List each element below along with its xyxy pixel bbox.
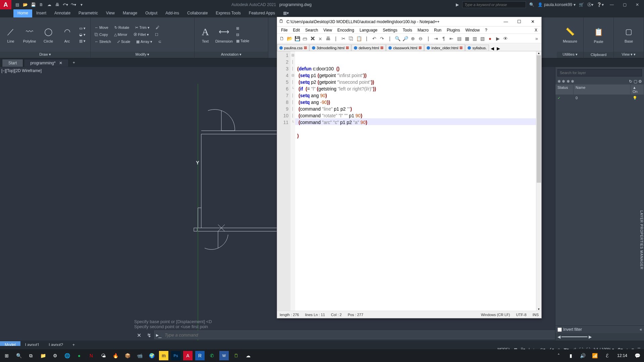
layer-gear-icon[interactable]: ⚙	[638, 79, 642, 84]
menu-x[interactable]: X	[532, 27, 540, 33]
annot-dim-button[interactable]: ⟷Dimension	[216, 26, 232, 43]
panel-annot-title[interactable]: Annotation ▾	[195, 52, 268, 58]
tab-express[interactable]: Express Tools	[212, 9, 245, 17]
taskview-icon[interactable]: ⧉	[26, 351, 36, 360]
autodesk-app-icon[interactable]: Ⓐ▾	[587, 2, 593, 8]
modify-rotate[interactable]: ↻ Rotate	[113, 25, 130, 30]
npp-title-bar[interactable]: 🗒 C:\Users\paula\Desktop\3D MODELLING\au…	[277, 17, 541, 26]
layer-search-input[interactable]	[557, 69, 642, 76]
modify-move[interactable]: ↔ Move	[93, 25, 110, 30]
tab-collaborate[interactable]: Collaborate	[183, 9, 212, 17]
qat-open-icon[interactable]: 📂	[22, 2, 28, 8]
user-icon[interactable]: 👤 paula.konsek99▾	[538, 2, 576, 7]
annot-text-button[interactable]: AText	[197, 26, 213, 43]
draw-arc-button[interactable]: ◠Arc	[59, 26, 75, 43]
minimize-button[interactable]: —	[607, 2, 616, 7]
tab-annotate[interactable]: Annotate	[50, 9, 74, 17]
tabs-left-icon[interactable]: ◀	[489, 46, 495, 51]
layer-filter4-icon[interactable]: ❄	[571, 79, 574, 84]
taskbar-search-icon[interactable]: 🔍	[14, 351, 23, 360]
tb-indent-icon[interactable]: ⇤	[448, 35, 455, 42]
tb-save-icon[interactable]: 💾	[294, 35, 301, 42]
tb-zoomin-icon[interactable]: ⊕	[410, 35, 416, 42]
npp-tab-1[interactable]: 3dmodelling.html⊠	[310, 44, 351, 51]
app2-icon[interactable]: 📦	[123, 351, 132, 360]
keyword-search[interactable]	[462, 1, 526, 8]
tb-find-icon[interactable]: 🔍	[394, 35, 401, 42]
paste-button[interactable]: 📋Paste	[591, 26, 607, 44]
layer-filter1-icon[interactable]: ❄	[557, 79, 561, 84]
qat-undo-icon[interactable]: ↶▾	[62, 2, 68, 8]
modify-scale[interactable]: ⤢ Scale	[116, 39, 132, 44]
menu-language[interactable]: Language	[357, 27, 380, 33]
npp-tab-5[interactable]: syllabus.	[465, 45, 489, 51]
tb-close-icon[interactable]: 🗙	[309, 35, 316, 42]
modify-copy[interactable]: ⿻ Copy	[93, 32, 109, 37]
tb-replace-icon[interactable]: 🔎	[402, 35, 409, 42]
start-button[interactable]: ⊞	[2, 351, 11, 360]
layer-filter3-icon[interactable]: ❄	[567, 79, 570, 84]
layer-refresh-icon[interactable]: ↻	[629, 79, 632, 84]
tb-wrap-icon[interactable]: ⇥	[433, 35, 439, 42]
modify-array[interactable]: ▦ Array ▾	[135, 39, 154, 44]
tb-zoomout-icon[interactable]: ⊖	[417, 35, 424, 42]
panel-view-title[interactable]: View ▾ ▾	[614, 52, 644, 58]
tab-output[interactable]: Output	[141, 9, 161, 17]
close-button[interactable]: ✕	[633, 2, 642, 7]
qat-plot-icon[interactable]: 🖶	[54, 2, 60, 8]
npp-maximize-button[interactable]: ☐	[513, 19, 526, 24]
settings-icon[interactable]: ⚙	[50, 351, 60, 360]
tb-cut-icon[interactable]: ✂	[340, 35, 347, 42]
tab-addins[interactable]: Add-ins	[161, 9, 183, 17]
netflix-icon[interactable]: N	[87, 351, 96, 360]
fold-gutter[interactable]: ⊟││⊟│└││││└	[290, 51, 295, 311]
tb-doc1-icon[interactable]: ▦	[464, 35, 470, 42]
qat-web-icon[interactable]: ☁	[46, 2, 52, 8]
menu-run[interactable]: Run	[431, 27, 444, 33]
draw-hatch-icon[interactable]: ◒ ▾	[78, 32, 87, 37]
tb-rec-icon[interactable]: ●	[487, 35, 493, 42]
tb-doc3-icon[interactable]: ▧	[479, 35, 486, 42]
menu-view[interactable]: View	[321, 27, 335, 33]
npp-tab-3[interactable]: classwork.html⊠	[386, 44, 424, 51]
qat-more-icon[interactable]: ▾	[78, 2, 85, 8]
tabs-right-icon[interactable]: ▶	[495, 46, 501, 51]
layer-collapse-icon[interactable]: «	[640, 327, 642, 332]
close-icon[interactable]: ✕	[59, 61, 62, 65]
annot-mleader-icon[interactable]: ⊟	[235, 32, 251, 37]
whatsapp-icon[interactable]: ✆	[207, 351, 217, 360]
tb-play-icon[interactable]: ▶	[494, 35, 501, 42]
menu-search[interactable]: Search	[303, 27, 321, 33]
npp-editor[interactable]: 1234567891011 ⊟││⊟│└││││└ (defun c:door1…	[277, 51, 541, 311]
tb-paste-icon[interactable]: 📋	[356, 35, 362, 42]
app4-icon[interactable]: ☁	[244, 351, 253, 360]
tab-extra-icon[interactable]: ▦▾	[279, 9, 293, 17]
tb-print-icon[interactable]: 🖶	[325, 35, 331, 42]
menu-tools[interactable]: Tools	[400, 27, 415, 33]
modify-extra3-icon[interactable]: ⊂	[157, 39, 163, 44]
cmd-wrench-icon[interactable]: ↯	[144, 332, 154, 339]
qat-saveas-icon[interactable]: 🗎	[38, 2, 44, 8]
tab-parametric[interactable]: Parametric	[74, 9, 102, 17]
modify-mirror[interactable]: △ Mirror	[113, 32, 129, 37]
editor-scrollbar[interactable]: ▴▾	[536, 51, 541, 311]
tray-notif-icon[interactable]: 💬	[633, 351, 642, 360]
tb-redo-icon[interactable]: ↷	[379, 35, 385, 42]
revit-icon[interactable]: R	[195, 351, 205, 360]
qat-save-icon[interactable]: 💾	[30, 2, 36, 8]
draw-circle-button[interactable]: ◯Circle	[40, 26, 56, 43]
layer-panel-side-tab[interactable]: LAYER PROPERTIES MANAGER	[639, 208, 644, 272]
word-icon[interactable]: W	[219, 351, 229, 360]
modify-trim[interactable]: ✂ Trim ▾	[134, 25, 151, 30]
spotify-icon[interactable]: ●	[74, 351, 84, 360]
panel-clipboard-title[interactable]: Clipboard	[584, 52, 613, 58]
tb-copy-icon[interactable]: ⿻	[348, 35, 355, 42]
autocad-icon[interactable]: A	[183, 351, 193, 360]
layer-scroll[interactable]: ◀ ━━━━━━━━━━━ ▶	[555, 333, 644, 341]
npp-tab-4[interactable]: index_older.html⊠	[424, 44, 465, 51]
npp-close-button[interactable]: ✕	[526, 19, 539, 24]
menu-file[interactable]: File	[278, 27, 290, 33]
tab-manage[interactable]: Manage	[119, 9, 141, 17]
tray-chevron-icon[interactable]: ˄	[554, 351, 564, 360]
qat-new-icon[interactable]: ▤	[14, 2, 20, 8]
